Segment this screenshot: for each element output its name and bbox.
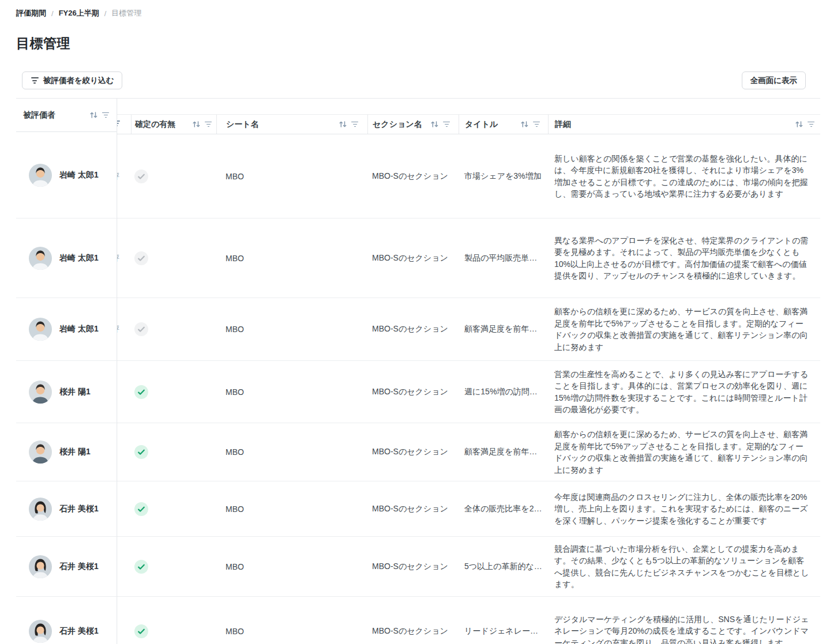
evaluatee-name: 石井 美桜1: [59, 504, 99, 514]
fullscreen-button-label: 全画面に表示: [750, 76, 797, 86]
confirmed-check-icon: [134, 624, 148, 638]
goal-detail-cell: 新しい顧客との関係を築くことで営業の基盤を強化したい。具体的には、今年度中に新規…: [548, 134, 820, 218]
sheet-name-cell: MBO: [216, 597, 367, 644]
hidden-column-cell-sliver: [117, 361, 131, 423]
evaluatee-cell[interactable]: 石井 美桜1: [16, 597, 117, 644]
confirmed-check-icon: [134, 385, 148, 399]
goal-title-cell: リードジェネレー…: [459, 597, 548, 644]
filter-icon: [31, 76, 39, 85]
evaluatee-cell[interactable]: 岩崎 太郎1: [16, 132, 117, 219]
sort-icon[interactable]: [192, 120, 201, 129]
hidden-column-cell-sliver: 評: [117, 134, 131, 218]
breadcrumb-separator: /: [51, 9, 54, 18]
sort-icon[interactable]: [89, 111, 98, 119]
avatar: [29, 440, 52, 464]
breadcrumb-fy26-first-half[interactable]: FY26上半期: [59, 8, 99, 18]
avatar: [29, 555, 52, 578]
confirmed-cell: [131, 361, 216, 423]
filter-icon[interactable]: [205, 120, 212, 128]
goal-detail-cell: 異なる業界へのアプローチを深化させ、特定業界のクライアントの需要を見極めます。そ…: [548, 219, 820, 297]
section-name-cell: MBO-Sのセクション: [367, 134, 459, 218]
evaluatee-cell[interactable]: 岩崎 太郎1: [16, 219, 117, 298]
goal-detail-cell: 顧客からの信頼を更に深めるため、サービスの質を向上させ、顧客満足度を前年比で5%…: [548, 298, 820, 360]
sheet-name-cell: MBO: [216, 361, 367, 423]
column-header-label: 被評価者: [23, 110, 55, 120]
section-name-cell: MBO-Sのセクション: [367, 298, 459, 360]
goal-detail-cell: 顧客からの信頼を更に深めるため、サービスの質を向上させ、顧客満足度を前年比で5%…: [548, 423, 820, 481]
evaluatee-cell[interactable]: 桜井 陽1: [16, 361, 117, 423]
goal-title-cell: 全体の販売比率を2…: [459, 481, 548, 536]
section-name-cell: MBO-Sのセクション: [367, 423, 459, 481]
section-name-cell: MBO-Sのセクション: [367, 597, 459, 644]
filter-icon[interactable]: [533, 120, 540, 128]
evaluatee-name: 石井 美桜1: [59, 562, 99, 572]
table-scroll-area[interactable]: 確定の有無 シート名 セクション名: [117, 99, 820, 644]
goal-title-cell: 製品の平均販売単…: [459, 219, 548, 297]
confirmed-check-icon: [134, 445, 148, 459]
column-header-sheet-name: シート名: [216, 115, 367, 134]
avatar: [29, 381, 52, 404]
column-header-title: タイトル: [459, 115, 548, 134]
hidden-column-header-sliver: [117, 115, 131, 134]
goal-management-page: 評価期間 / FY26上半期 / 目標管理 目標管理 被評価者を絞り込む 全画面…: [0, 0, 826, 644]
evaluatee-name: 岩崎 太郎1: [59, 253, 99, 263]
avatar: [29, 498, 52, 521]
goal-detail-cell: デジタルマーケティングを積極的に活用し、SNSを通じたリードジェネレーションで毎…: [548, 597, 820, 644]
avatar: [29, 247, 52, 270]
hidden-column-cell-sliver: [117, 597, 131, 644]
filter-button-label: 被評価者を絞り込む: [43, 76, 114, 86]
sort-icon[interactable]: [339, 120, 347, 129]
goal-title-cell: 顧客満足度を前年…: [459, 298, 548, 360]
sheet-name-cell: MBO: [216, 537, 367, 596]
goal-title-cell: 週に15%増の訪問…: [459, 361, 548, 423]
table-row[interactable]: MBO MBO-Sのセクション 5つ以上の革新的な… 競合調査に基づいた市場分析…: [117, 537, 820, 597]
toolbar: 被評価者を絞り込む 全画面に表示: [22, 71, 806, 89]
sort-icon[interactable]: [795, 120, 804, 129]
goal-title-cell: 5つ以上の革新的な…: [459, 537, 548, 596]
sheet-name-cell: MBO: [216, 134, 367, 218]
table-row[interactable]: MBO MBO-Sのセクション 週に15%増の訪問… 営業の生産性を高めることで…: [117, 361, 820, 423]
filter-icon[interactable]: [443, 120, 450, 128]
evaluatee-cell[interactable]: 石井 美桜1: [16, 537, 117, 597]
table-row[interactable]: MBO MBO-Sのセクション 顧客満足度を前年… 顧客からの信頼を更に深めるた…: [117, 423, 820, 481]
column-header-label: シート名: [226, 119, 259, 130]
breadcrumb: 評価期間 / FY26上半期 / 目標管理: [0, 0, 826, 18]
hidden-column-cell-sliver: 評: [117, 219, 131, 297]
table-row[interactable]: 評 MBO MBO-Sのセクション 製品の平均販売単… 異なる業界へのアプローチ…: [117, 219, 820, 298]
evaluatee-name: 桜井 陽1: [59, 387, 91, 397]
table-row[interactable]: 評 MBO MBO-Sのセクション 市場シェアを3%増加 新しい顧客との関係を築…: [117, 134, 820, 219]
evaluatee-sticky-column: 被評価者 岩崎 太郎1 岩崎 太郎1 岩崎 太郎1 桜井 陽1: [16, 99, 117, 644]
filter-icon[interactable]: [808, 120, 814, 128]
goal-detail-cell: 今年度は関連商品のクロスセリングに注力し、全体の販売比率を20%増し、売上向上を…: [548, 481, 820, 536]
sort-icon[interactable]: [520, 120, 529, 129]
table-row[interactable]: MBO MBO-Sのセクション 全体の販売比率を2… 今年度は関連商品のクロスセ…: [117, 481, 820, 537]
filter-icon[interactable]: [102, 111, 109, 119]
fullscreen-button[interactable]: 全画面に表示: [742, 71, 806, 89]
filter-evaluatees-button[interactable]: 被評価者を絞り込む: [22, 71, 122, 89]
sort-icon[interactable]: [430, 120, 439, 129]
filter-icon[interactable]: [351, 120, 358, 128]
column-header-label: 確定の有無: [135, 119, 175, 130]
sheet-name-cell: MBO: [216, 423, 367, 481]
table-row[interactable]: 評 MBO MBO-Sのセクション 顧客満足度を前年… 顧客からの信頼を更に深め…: [117, 298, 820, 361]
evaluatee-cell[interactable]: 岩崎 太郎1: [16, 298, 117, 361]
section-name-cell: MBO-Sのセクション: [367, 537, 459, 596]
sheet-name-cell: MBO: [216, 481, 367, 536]
avatar: [29, 164, 52, 187]
section-name-cell: MBO-Sのセクション: [367, 219, 459, 297]
table-row[interactable]: MBO MBO-Sのセクション リードジェネレー… デジタルマーケティングを積極…: [117, 597, 820, 644]
unconfirmed-check-icon: [134, 322, 148, 336]
confirmed-cell: [131, 423, 216, 481]
hidden-column-cell-sliver: [117, 423, 131, 481]
evaluatee-name: 桜井 陽1: [59, 447, 91, 457]
hidden-column-cell-sliver: [117, 537, 131, 596]
unconfirmed-check-icon: [134, 251, 148, 265]
page-title: 目標管理: [0, 18, 826, 52]
evaluatee-cell[interactable]: 桜井 陽1: [16, 423, 117, 481]
goal-title-cell: 顧客満足度を前年…: [459, 423, 548, 481]
breadcrumb-evaluation-period[interactable]: 評価期間: [16, 8, 46, 18]
confirmed-cell: [131, 537, 216, 596]
column-header-confirmed: 確定の有無: [131, 115, 216, 134]
evaluatee-name: 石井 美桜1: [59, 626, 99, 637]
evaluatee-cell[interactable]: 石井 美桜1: [16, 481, 117, 537]
